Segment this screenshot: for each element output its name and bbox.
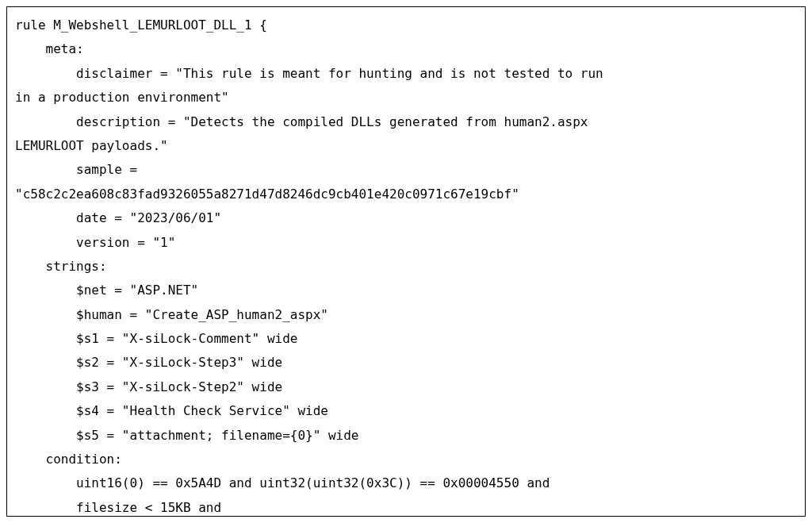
yara-rule-code-block: rule M_Webshell_LEMURLOOT_DLL_1 { meta: … — [6, 6, 806, 517]
yara-rule-code: rule M_Webshell_LEMURLOOT_DLL_1 { meta: … — [15, 17, 603, 517]
